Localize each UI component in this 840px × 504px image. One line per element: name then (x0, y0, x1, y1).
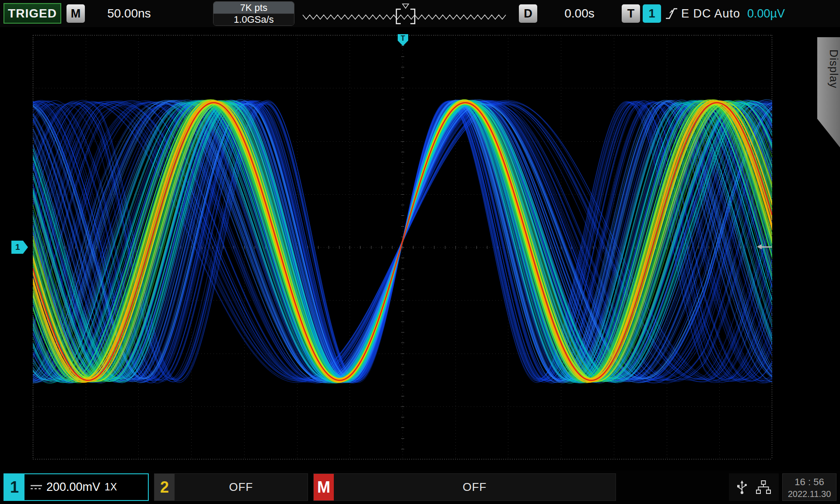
delay-d-badge[interactable]: D (519, 4, 537, 23)
channel1-level-marker[interactable]: 1 (11, 241, 28, 254)
math-status-box[interactable]: M OFF (313, 473, 616, 501)
lan-icon (756, 480, 771, 495)
display-menu-tab[interactable]: Display (817, 37, 840, 147)
acquisition-info-box: 7K pts 1.0GSa/s (213, 1, 294, 26)
channel2-badge[interactable]: 2 (154, 474, 175, 500)
trigger-level-arrow-icon[interactable] (761, 246, 772, 248)
timebase-value[interactable]: 50.00ns (88, 4, 171, 23)
channel1-status-box[interactable]: 1 200.00mV 1X (4, 473, 149, 501)
channel1-badge[interactable]: 1 (4, 474, 24, 500)
delay-value[interactable]: 0.00s (539, 4, 620, 23)
channel1-scale: 200.00mV (46, 480, 100, 494)
clock-box: 16 : 56 2022.11.30 (782, 473, 836, 501)
dc-coupling-icon (30, 483, 43, 491)
window-right-bracket-icon (410, 9, 415, 24)
waveform-canvas (33, 35, 772, 459)
usb-icon (736, 480, 748, 495)
channel2-status: OFF (175, 480, 308, 494)
trigger-status-badge: TRIGED (4, 3, 61, 24)
math-badge[interactable]: M (314, 474, 334, 500)
trigger-t-badge[interactable]: T (622, 4, 640, 23)
channel2-status-box[interactable]: 2 OFF (154, 473, 308, 501)
memory-depth: 7K pts (214, 2, 294, 14)
horizontal-position-indicator[interactable] (302, 3, 510, 25)
memory-window-zigzag-icon (303, 15, 506, 19)
channel1-probe-attenuation: 1X (105, 481, 117, 493)
io-status-icons (729, 473, 779, 501)
clock-date: 2022.11.30 (783, 489, 836, 499)
clock-time: 16 : 56 (783, 476, 836, 488)
bottom-status-bar: 1 200.00mV 1X 2 OFF M OFF (0, 471, 840, 504)
trigger-coupling-label[interactable]: E DC Auto (681, 4, 740, 23)
trigger-position-pennant-icon (402, 4, 409, 8)
sample-rate: 1.0GSa/s (214, 14, 294, 25)
waveform-display-area: T 1 Display (0, 27, 840, 471)
math-status: OFF (334, 480, 616, 494)
trigger-source-badge[interactable]: 1 (643, 4, 661, 23)
top-status-bar: TRIGED M 50.00ns 7K pts 1.0GSa/s D 0.00s… (0, 0, 840, 27)
window-left-bracket-icon (396, 9, 401, 24)
trigger-level-value[interactable]: 0.00µV (747, 4, 785, 23)
rising-edge-icon (665, 6, 679, 23)
timebase-m-badge[interactable]: M (66, 4, 85, 23)
